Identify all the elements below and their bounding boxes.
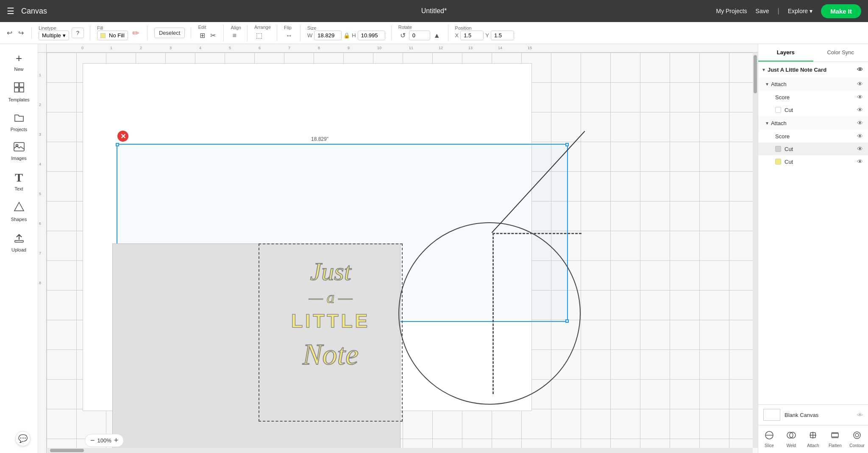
rotate-up-button[interactable]: ▲ — [432, 30, 442, 41]
ruler-vertical: 1 2 3 4 5 6 7 8 — [38, 53, 47, 453]
ruler-vtick-6: 6 — [39, 221, 41, 226]
score2-visibility-icon[interactable]: 👁 — [857, 133, 863, 140]
layer-score-1[interactable]: Score 👁 — [758, 91, 868, 103]
contour-button[interactable]: Contour — [846, 429, 868, 450]
toolbar-align: Align ≡ — [231, 25, 247, 41]
attach1-visibility-icon[interactable]: 👁 — [857, 81, 863, 87]
sidebar-item-upload[interactable]: Upload — [2, 228, 36, 257]
tab-color-sync[interactable]: Color Sync — [813, 44, 868, 62]
resize-handle-tl[interactable] — [116, 143, 119, 146]
layer-score-2[interactable]: Score 👁 — [758, 130, 868, 143]
cut3-visibility-icon[interactable]: 👁 — [857, 158, 863, 165]
deselect-button[interactable]: Deselect — [154, 28, 185, 38]
svg-marker-6 — [14, 202, 24, 211]
note-card-text-art: Just — a — LITTLE Note — [261, 246, 401, 422]
ruler-vtick-1: 1 — [39, 73, 41, 77]
weld-icon — [787, 431, 796, 442]
scrollbar-vertical-thumb[interactable] — [754, 55, 757, 93]
position-inputs: X Y — [455, 31, 514, 40]
cut2-swatch — [775, 146, 781, 152]
cut2-visibility-icon[interactable]: 👁 — [857, 145, 863, 152]
layer-cut-1[interactable]: Cut 👁 — [758, 103, 868, 116]
fill-color-picker[interactable]: ✏ — [131, 26, 141, 40]
scrollbar-vertical[interactable] — [753, 53, 758, 448]
attach-group-1[interactable]: ▼ Attach 👁 — [758, 77, 868, 91]
redo-button[interactable]: ↪ — [17, 27, 25, 39]
edit-add-button[interactable]: ⊞ — [198, 30, 207, 41]
ruler-tick-11: 11 — [409, 46, 413, 50]
circle-shape — [398, 222, 581, 405]
ruler-vtick-5: 5 — [39, 192, 41, 196]
sidebar-label-upload: Upload — [11, 247, 26, 252]
sidebar-item-images[interactable]: Images — [2, 138, 36, 165]
attach-label: Attach — [807, 443, 819, 448]
fill-select[interactable]: No Fill — [97, 31, 128, 40]
dashed-line-vertical — [492, 233, 494, 394]
project-visibility-icon[interactable]: 👁 — [857, 66, 863, 73]
attach-icon — [808, 431, 818, 442]
blank-canvas-visibility-icon[interactable]: 👁 — [857, 411, 863, 418]
attach1-label: Attach — [771, 81, 857, 87]
svg-rect-7 — [15, 240, 23, 242]
upload-icon — [14, 232, 24, 246]
slice-button[interactable]: Slice — [758, 429, 780, 450]
lock-icon[interactable]: 🔒 — [343, 32, 350, 39]
delete-selection-button[interactable]: ✕ — [117, 130, 129, 143]
weld-button[interactable]: Weld — [780, 429, 802, 450]
attach2-label: Attach — [771, 120, 857, 126]
chat-button[interactable]: 💬 — [15, 431, 31, 446]
ruler-vtick-3: 3 — [39, 132, 41, 137]
contour-icon — [852, 431, 862, 442]
sidebar-item-projects[interactable]: Projects — [2, 108, 36, 136]
canvas-scroll[interactable]: ✕ 18.829" — [47, 53, 758, 453]
layer-cut-2[interactable]: Cut 👁 — [758, 143, 868, 155]
edit-scissors-button[interactable]: ✂ — [209, 30, 217, 41]
pos-x-input[interactable] — [460, 31, 484, 40]
svg-point-22 — [855, 433, 859, 437]
ruler-vtick-8: 8 — [39, 281, 41, 285]
pos-y-input[interactable] — [491, 31, 514, 40]
toolbar-linetype: Linetype Multiple ▾ ? — [39, 25, 90, 40]
undo-button[interactable]: ↩ — [5, 27, 14, 39]
layer-cut-3[interactable]: Cut 👁 — [758, 155, 868, 168]
tab-layers[interactable]: Layers — [758, 44, 813, 62]
zoom-in-button[interactable]: + — [114, 436, 119, 445]
scrollbar-horizontal-thumb[interactable] — [50, 449, 84, 452]
rotate-reset-button[interactable]: ↺ — [398, 30, 407, 41]
rotate-label: Rotate — [398, 25, 442, 30]
sidebar-item-templates[interactable]: Templates — [2, 78, 36, 106]
sidebar-item-shapes[interactable]: Shapes — [2, 197, 36, 226]
width-input[interactable] — [314, 31, 342, 40]
project-title-row[interactable]: ▼ Just A Little Note Card 👁 — [758, 62, 868, 77]
svg-rect-0 — [14, 83, 19, 87]
sidebar-item-text[interactable]: T Text — [2, 167, 36, 196]
sidebar-item-new[interactable]: + New — [2, 48, 36, 76]
make-it-button[interactable]: Make It — [821, 4, 861, 18]
cut1-visibility-icon[interactable]: 👁 — [857, 106, 863, 113]
scrollbar-horizontal[interactable] — [47, 448, 753, 453]
align-button[interactable]: ≡ — [231, 30, 238, 41]
right-panel: Layers Color Sync ▼ Just A Little Note C… — [758, 44, 868, 453]
flip-button[interactable]: ↔ — [284, 30, 294, 41]
edit-label: Edit — [198, 25, 217, 30]
attach2-visibility-icon[interactable]: 👁 — [857, 120, 863, 126]
height-label: H — [352, 32, 356, 39]
zoom-out-button[interactable]: − — [90, 436, 95, 445]
save-link[interactable]: Save — [756, 8, 769, 14]
height-input[interactable] — [358, 31, 385, 40]
flatten-button[interactable]: Flatten — [824, 429, 846, 450]
flatten-icon — [830, 431, 840, 442]
attach-button[interactable]: Attach — [802, 429, 824, 450]
hamburger-icon[interactable]: ☰ — [7, 6, 14, 16]
my-projects-link[interactable]: My Projects — [716, 8, 747, 14]
attach-group-2[interactable]: ▼ Attach 👁 — [758, 116, 868, 130]
score1-visibility-icon[interactable]: 👁 — [857, 94, 863, 101]
close-icon: ✕ — [120, 132, 126, 140]
explore-button[interactable]: Explore ▾ — [788, 8, 812, 14]
svg-rect-18 — [832, 433, 838, 437]
toolbar-arrange: Arrange ⬚ — [254, 25, 277, 41]
arrange-button[interactable]: ⬚ — [254, 30, 264, 41]
linetype-select[interactable]: Multiple ▾ — [39, 31, 69, 40]
rotate-input[interactable] — [409, 31, 430, 40]
linetype-help-button[interactable]: ? — [72, 28, 84, 38]
